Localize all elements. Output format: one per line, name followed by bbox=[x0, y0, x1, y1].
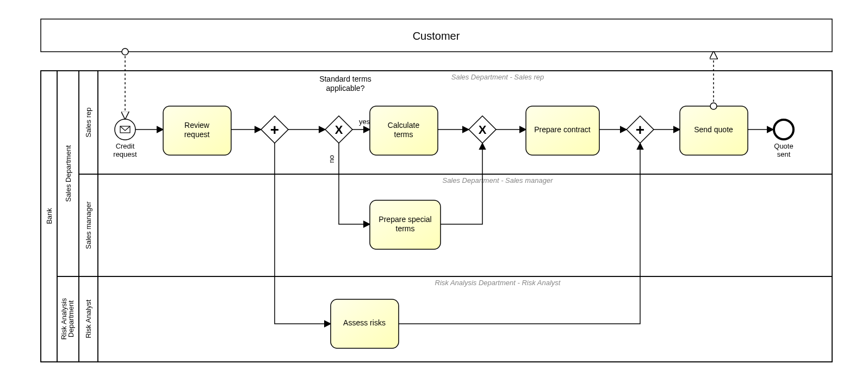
task-assess-risks-label: Assess risks bbox=[343, 318, 386, 327]
task-send-quote-label: Send quote bbox=[694, 125, 733, 134]
end-event-quote-sent: Quote sent bbox=[774, 120, 793, 158]
lane-sales-rep-title: Sales rep bbox=[84, 108, 92, 138]
task-prepare-special-terms: Prepare special terms bbox=[370, 200, 441, 249]
gateway-exclusive-merge-symbol: X bbox=[479, 123, 487, 137]
end-event-label-1: Quote bbox=[774, 142, 793, 150]
task-calculate-terms-label-1: Calculate bbox=[388, 121, 420, 130]
lane-risk-analyst: Risk Analyst Risk Analysis Department - … bbox=[79, 276, 832, 362]
task-prepare-special-terms-label-2: terms bbox=[396, 224, 415, 233]
flow-g1-to-assess-risks bbox=[275, 143, 331, 324]
lane-sales-manager-title: Sales manager bbox=[84, 201, 92, 249]
start-event-label-1: Credit bbox=[116, 142, 135, 150]
gateway-parallel-split-symbol: + bbox=[270, 121, 279, 138]
task-review-request-label-1: Review bbox=[184, 121, 210, 130]
gateway-parallel-merge: + bbox=[627, 116, 654, 143]
flow-no-label: no bbox=[327, 155, 336, 163]
svg-rect-8 bbox=[98, 174, 832, 276]
lane-sales-department-title: Sales Department bbox=[64, 145, 72, 202]
pool-customer-title: Customer bbox=[413, 30, 460, 42]
svg-point-22 bbox=[774, 120, 793, 139]
lane-sales-manager-header: Sales Department - Sales manager bbox=[442, 176, 553, 184]
task-review-request-label-2: request bbox=[184, 130, 210, 139]
message-icon bbox=[120, 126, 130, 133]
lane-sales-rep-header: Sales Department - Sales rep bbox=[451, 73, 544, 81]
task-calculate-terms: Calculate terms bbox=[370, 106, 438, 155]
task-review-request: Review request bbox=[163, 106, 231, 155]
task-assess-risks: Assess risks bbox=[331, 299, 399, 348]
task-calculate-terms-label-2: terms bbox=[394, 130, 413, 139]
lane-risk-analyst-title: Risk Analyst bbox=[84, 299, 92, 338]
start-event-label-2: request bbox=[113, 150, 137, 158]
pool-bank-title: Bank bbox=[45, 208, 53, 224]
lane-risk-dept-title-2: Department bbox=[67, 300, 75, 337]
start-event-credit-request: Credit request bbox=[113, 119, 137, 158]
gateway-question-line1: Standard terms bbox=[319, 75, 371, 83]
lane-sales-manager: Sales manager Sales Department - Sales m… bbox=[79, 174, 832, 276]
gateway-exclusive-merge: X bbox=[469, 116, 496, 143]
svg-rect-11 bbox=[98, 276, 832, 362]
gateway-question-line2: applicable? bbox=[326, 84, 365, 93]
lane-sales-department: Sales Department bbox=[57, 71, 79, 276]
pool-customer: Customer bbox=[41, 19, 832, 52]
gateway-parallel-merge-symbol: + bbox=[636, 121, 644, 138]
task-prepare-special-terms-label-1: Prepare special bbox=[379, 215, 431, 224]
gateway-parallel-split: + bbox=[261, 116, 288, 143]
flow-g2-no-to-special bbox=[339, 143, 370, 224]
flow-yes-label: yes bbox=[359, 118, 370, 126]
end-event-label-2: sent bbox=[777, 150, 791, 158]
lane-risk-department: Risk Analysis Department bbox=[57, 276, 79, 362]
lane-risk-analyst-header: Risk Analysis Department - Risk Analyst bbox=[435, 279, 561, 287]
gateway-exclusive-symbol: X bbox=[335, 123, 343, 137]
task-prepare-contract: Prepare contract bbox=[526, 106, 599, 155]
gateway-exclusive-standard-terms: X Standard terms applicable? bbox=[319, 75, 371, 143]
task-prepare-contract-label: Prepare contract bbox=[534, 125, 591, 134]
task-send-quote: Send quote bbox=[680, 106, 748, 155]
